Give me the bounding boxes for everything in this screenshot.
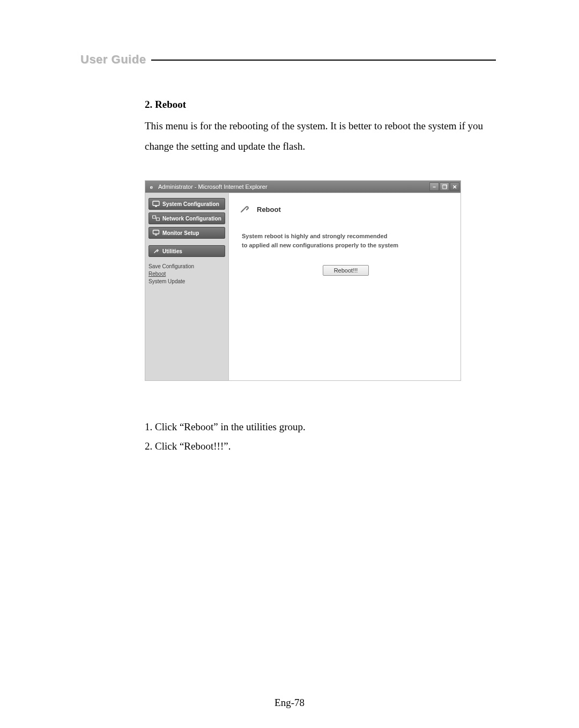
header-rule [151,60,496,61]
reboot-button[interactable]: Reboot!!! [323,265,369,276]
monitor-setup-icon [152,230,160,236]
subitem-save-configuration[interactable]: Save Configuration [149,263,225,269]
sidebar-item-label: Utilities [162,248,182,254]
section-title: 2. Reboot [145,99,496,111]
sidebar-item-network-configuration[interactable]: Network Configuration [149,212,225,224]
svg-rect-2 [155,206,157,207]
reboot-header-icon [239,203,251,216]
sidebar-item-label: Network Configuration [162,216,221,222]
window-min-button[interactable]: – [429,182,439,191]
window-max-button[interactable]: ❐ [440,182,449,191]
svg-rect-6 [155,235,157,236]
window-titlebar: e Administrator - Microsoft Internet Exp… [145,181,461,193]
window-title-text: Administrator - Microsoft Internet Explo… [158,183,268,190]
step-item: 2. Click “Reboot!!!”. [145,437,496,456]
step-item: 1. Click “Reboot” in the utilities group… [145,417,496,437]
subitem-label: System Update [149,278,185,284]
intro-paragraph: This menu is for the rebooting of the sy… [145,116,496,157]
sidebar-item-monitor-setup[interactable]: Monitor Setup [149,227,225,239]
subitem-reboot[interactable]: Reboot [149,271,225,277]
sidebar-item-label: Monitor Setup [162,230,199,236]
sidebar-item-system-configuration[interactable]: System Configuration [149,198,225,210]
panel-title: Reboot [257,205,281,214]
subitem-system-update[interactable]: System Update [149,278,225,284]
panel-message-line2: to applied all new configurations proper… [242,241,450,250]
sidebar-item-label: System Configuration [162,201,219,207]
main-panel: Reboot System reboot is highly and stron… [228,193,461,380]
sidebar: System Configuration Network Configurati… [145,193,228,380]
svg-text:e: e [150,184,153,190]
panel-message-line1: System reboot is highly and strongly rec… [242,232,450,241]
system-config-icon [152,201,160,207]
network-config-icon [152,215,160,222]
utilities-icon [152,248,160,254]
brand-text: User Guide [80,53,146,67]
embedded-screenshot: e Administrator - Microsoft Internet Exp… [145,180,461,381]
subitem-label: Save Configuration [149,263,194,269]
subitem-label: Reboot [149,271,166,277]
svg-rect-1 [153,201,159,205]
steps-list: 1. Click “Reboot” in the utilities group… [145,417,496,456]
svg-rect-4 [157,218,160,220]
sidebar-item-utilities[interactable]: Utilities [149,245,225,257]
ie-logo-icon: e [149,183,156,190]
svg-rect-5 [153,230,159,234]
page-number: Eng-78 [0,697,579,709]
svg-rect-3 [153,216,156,218]
window-close-button[interactable]: ✕ [450,182,459,191]
